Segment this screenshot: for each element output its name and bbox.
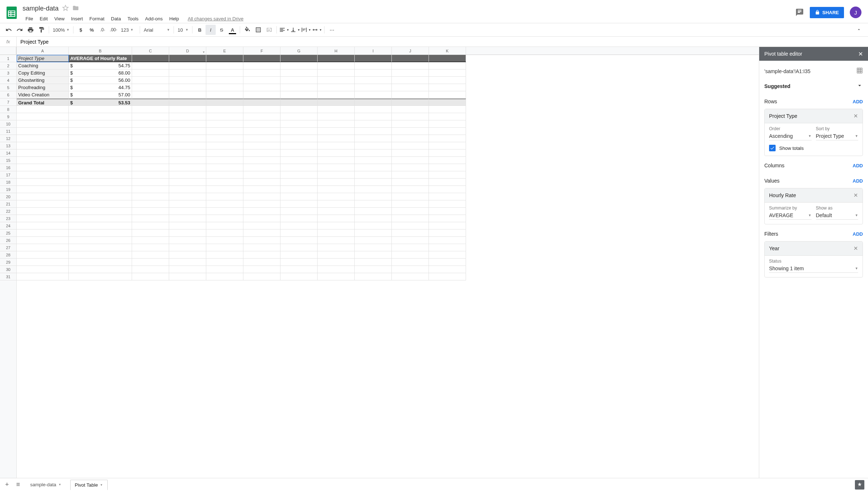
cell[interactable] (206, 135, 243, 142)
cell[interactable] (318, 84, 355, 91)
cell[interactable] (280, 193, 318, 200)
col-header-K[interactable]: K (429, 47, 466, 55)
cell[interactable] (243, 186, 280, 193)
row-header[interactable]: 31 (0, 273, 16, 280)
cell[interactable] (132, 215, 169, 222)
cell[interactable] (132, 113, 169, 120)
cell[interactable] (318, 229, 355, 237)
cell[interactable] (206, 273, 243, 280)
zoom-dropdown[interactable]: 100%▼ (51, 27, 71, 33)
cell[interactable] (392, 186, 429, 193)
cell[interactable] (243, 99, 280, 106)
cell[interactable] (206, 251, 243, 259)
cell[interactable] (17, 200, 69, 208)
cell[interactable] (355, 99, 392, 106)
cell[interactable] (169, 120, 206, 128)
fill-color-button[interactable] (242, 25, 252, 35)
cell[interactable] (429, 273, 466, 280)
sheet-tab-sample-data[interactable]: sample-data▼ (26, 480, 65, 490)
cell[interactable] (17, 251, 69, 259)
cell[interactable] (318, 193, 355, 200)
cell[interactable] (243, 229, 280, 237)
cell[interactable] (280, 237, 318, 244)
cell[interactable] (355, 69, 392, 77)
cell[interactable] (169, 186, 206, 193)
cell[interactable] (429, 84, 466, 91)
cell[interactable] (429, 244, 466, 251)
cell[interactable] (318, 128, 355, 135)
cell[interactable] (280, 200, 318, 208)
cell[interactable] (69, 273, 132, 280)
cell[interactable] (206, 208, 243, 215)
row-header[interactable]: 9 (0, 113, 16, 120)
cell[interactable] (280, 69, 318, 77)
cell[interactable] (429, 193, 466, 200)
cell[interactable] (392, 244, 429, 251)
cell[interactable] (169, 237, 206, 244)
doc-title[interactable]: sample-data (23, 5, 59, 12)
cell[interactable] (169, 157, 206, 164)
row-header[interactable]: 30 (0, 266, 16, 273)
cell[interactable] (132, 251, 169, 259)
cell[interactable] (243, 179, 280, 186)
cell[interactable] (429, 55, 466, 62)
cell[interactable] (355, 273, 392, 280)
cell[interactable] (429, 99, 466, 106)
cell[interactable] (392, 215, 429, 222)
cell[interactable] (132, 62, 169, 69)
cell[interactable] (392, 55, 429, 62)
cell[interactable] (392, 135, 429, 142)
cell[interactable] (392, 62, 429, 69)
cell[interactable] (69, 113, 132, 120)
borders-button[interactable] (253, 25, 263, 35)
cell[interactable] (132, 120, 169, 128)
wrap-button[interactable]: ▼ (301, 25, 311, 35)
cell[interactable] (318, 77, 355, 84)
values-add-button[interactable]: ADD (853, 178, 863, 184)
cell[interactable] (69, 193, 132, 200)
cell[interactable] (280, 266, 318, 273)
cell[interactable] (280, 244, 318, 251)
cell[interactable] (280, 55, 318, 62)
cell[interactable] (69, 157, 132, 164)
text-color-button[interactable]: A (227, 25, 238, 35)
cell[interactable] (206, 171, 243, 179)
cell[interactable] (429, 106, 466, 113)
cell[interactable] (280, 157, 318, 164)
cell[interactable] (69, 244, 132, 251)
cell[interactable] (429, 259, 466, 266)
print-button[interactable] (25, 25, 36, 35)
cell[interactable] (355, 259, 392, 266)
cell[interactable] (429, 222, 466, 229)
cell[interactable] (392, 237, 429, 244)
cell[interactable] (280, 91, 318, 99)
cell[interactable] (392, 142, 429, 149)
cell[interactable] (17, 208, 69, 215)
row-header[interactable]: 3 (0, 69, 16, 77)
explore-button[interactable] (855, 480, 864, 490)
cell[interactable] (17, 244, 69, 251)
row-header[interactable]: 11 (0, 128, 16, 135)
cell[interactable] (355, 251, 392, 259)
cell[interactable] (392, 106, 429, 113)
cell[interactable] (132, 266, 169, 273)
share-button[interactable]: SHARE (810, 7, 844, 18)
cell[interactable] (69, 179, 132, 186)
cell[interactable] (132, 193, 169, 200)
cell[interactable] (132, 142, 169, 149)
cell[interactable] (280, 106, 318, 113)
folder-icon[interactable] (72, 5, 79, 12)
cell[interactable] (392, 179, 429, 186)
cell[interactable] (132, 157, 169, 164)
cell[interactable] (132, 99, 169, 106)
bold-button[interactable]: B (195, 25, 205, 35)
remove-row-icon[interactable]: ✕ (853, 113, 858, 119)
cell[interactable] (169, 179, 206, 186)
col-header-D[interactable]: D▼ (169, 47, 206, 55)
cell[interactable] (169, 244, 206, 251)
row-header[interactable]: 7 (0, 99, 16, 106)
cell[interactable] (280, 99, 318, 106)
cell[interactable] (17, 237, 69, 244)
col-header-B[interactable]: B (69, 47, 132, 55)
h-align-button[interactable]: ▼ (279, 25, 289, 35)
